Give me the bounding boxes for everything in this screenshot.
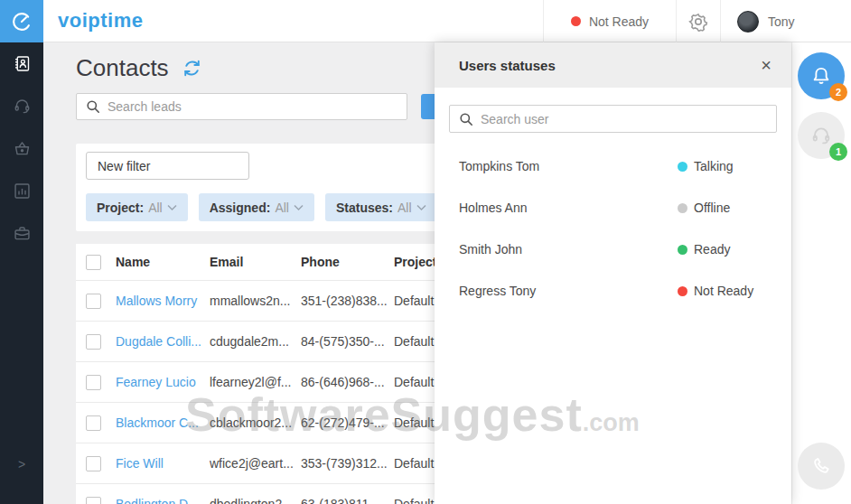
sidebar-item-briefcase[interactable] [0, 212, 43, 255]
status-dot [678, 286, 687, 296]
contact-email: wfice2j@eart... [210, 456, 301, 471]
new-filter-input[interactable]: New filter [86, 152, 249, 180]
close-icon[interactable]: × [761, 56, 772, 74]
user-status-row[interactable]: Holmes Ann Offline [435, 187, 791, 229]
chevron-down-icon [416, 204, 426, 211]
sidebar-item-contacts-book[interactable] [0, 42, 43, 85]
contact-email: lfearney2l@f... [210, 375, 301, 389]
sidebar-expand-chevron[interactable]: > [0, 457, 43, 471]
sidebar-nav: > [0, 42, 43, 504]
user-status-label: Offline [694, 201, 730, 215]
gear-icon [687, 11, 709, 33]
sidebar-item-reports-chart[interactable] [0, 170, 43, 212]
sidebar-item-basket[interactable] [0, 127, 43, 170]
user-status-row[interactable]: Smith John Ready [435, 229, 791, 270]
row-checkbox[interactable] [86, 497, 101, 504]
contact-email: dbedlington2... [210, 497, 301, 504]
user-status-label: Not Ready [694, 284, 753, 298]
row-checkbox[interactable] [86, 456, 101, 471]
settings-button[interactable] [676, 0, 720, 42]
column-header[interactable]: Email [210, 255, 301, 269]
contact-phone: 84-(575)350-... [301, 334, 394, 349]
filter-chip[interactable]: Statuses:All [325, 193, 437, 221]
contact-phone: 86-(646)968-... [301, 375, 394, 389]
column-header[interactable]: Name [116, 255, 210, 269]
agent-status-selector[interactable]: Not Ready [543, 0, 676, 42]
search-icon [86, 99, 100, 114]
user-status-name: Smith John [459, 242, 522, 257]
notifications-badge: 2 [829, 83, 847, 101]
user-name: Tony [768, 14, 795, 29]
row-checkbox[interactable] [86, 294, 101, 309]
support-badge: 1 [829, 143, 847, 161]
users-statuses-panel: Users statuses × Tompkins Tom Talking Ho… [435, 42, 791, 504]
users-status-list: Tompkins Tom Talking Holmes Ann Offline … [435, 145, 791, 312]
search-user-box [449, 105, 777, 133]
contact-phone: 62-(272)479-... [301, 415, 394, 430]
search-user-input[interactable] [481, 112, 767, 126]
chevron-down-icon [294, 204, 304, 211]
reports-chart-icon [13, 182, 32, 201]
user-status-label: Ready [694, 242, 730, 257]
status-dot [571, 16, 581, 26]
search-icon [459, 112, 473, 126]
user-status-name: Tompkins Tom [459, 159, 539, 173]
user-status-row[interactable]: Tompkins Tom Talking [435, 145, 791, 187]
contact-name-link[interactable]: Mallows Morry [116, 294, 197, 308]
contacts-book-icon [13, 54, 32, 73]
contact-name-link[interactable]: Blackmoor C... [116, 415, 199, 430]
panel-header: Users statuses × [435, 42, 791, 88]
user-status-row[interactable]: Regress Tony Not Ready [435, 270, 791, 312]
chevron-down-icon [167, 204, 177, 211]
column-header[interactable]: Phone [301, 255, 394, 269]
logo-gauge-icon[interactable] [0, 0, 43, 42]
contact-name-link[interactable]: Fearney Lucio [116, 375, 196, 389]
status-dot [678, 162, 687, 172]
call-button[interactable] [798, 443, 845, 490]
contact-name-link[interactable]: Fice Will [116, 456, 164, 471]
contact-email: cdugdale2m... [210, 334, 301, 349]
agent-status-label: Not Ready [589, 14, 649, 29]
basket-icon [13, 139, 32, 158]
select-all-checkbox[interactable] [86, 255, 101, 270]
user-status-name: Regress Tony [459, 284, 536, 298]
briefcase-icon [13, 224, 32, 243]
contact-email: cblackmoor2... [210, 415, 301, 430]
user-menu[interactable]: Tony [720, 0, 851, 42]
sidebar-item-agent-headset[interactable] [0, 85, 43, 127]
avatar [737, 11, 759, 33]
row-checkbox[interactable] [86, 375, 101, 390]
filter-chip[interactable]: Assigned:All [199, 193, 314, 221]
user-status-name: Holmes Ann [459, 201, 527, 215]
refresh-icon[interactable] [182, 58, 202, 79]
contact-name-link[interactable]: Dugdale Colli... [116, 334, 201, 349]
filter-chip[interactable]: Project:All [86, 193, 188, 221]
contact-email: mmallows2n... [210, 294, 301, 308]
row-checkbox[interactable] [86, 415, 101, 431]
agent-headset-icon [13, 97, 32, 116]
phone-icon [809, 454, 833, 478]
status-dot [678, 203, 687, 213]
contact-name-link[interactable]: Bedlington D... [116, 497, 199, 504]
status-dot [678, 245, 687, 255]
search-leads-input[interactable] [108, 99, 397, 114]
contact-phone: 63-(183)811-... [301, 497, 394, 504]
bell-icon [809, 64, 833, 88]
contact-phone: 353-(739)312... [301, 456, 394, 471]
contact-phone: 351-(238)838... [301, 294, 394, 308]
panel-title: Users statuses [459, 58, 761, 73]
headset-icon [809, 124, 833, 147]
logo-wordmark: voiptime [58, 9, 143, 33]
row-checkbox[interactable] [86, 334, 101, 350]
user-status-label: Talking [694, 159, 734, 173]
page-title: Contacts [76, 54, 169, 82]
top-bar: voiptime Not Ready Tony [0, 0, 851, 42]
search-leads-box [76, 93, 407, 120]
